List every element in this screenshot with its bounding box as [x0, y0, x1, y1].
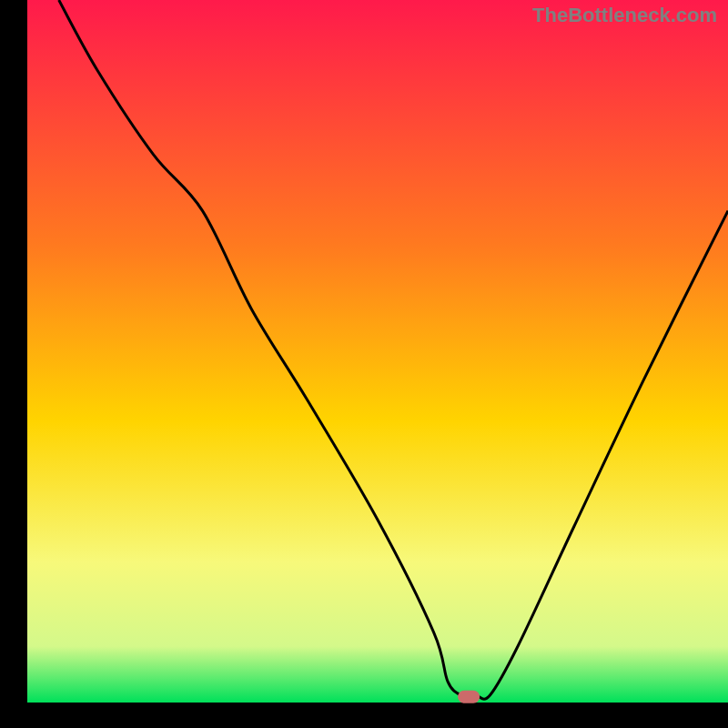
- bottleneck-chart: [0, 0, 728, 728]
- chart-container: TheBottleneck.com: [0, 0, 728, 728]
- watermark-text: TheBottleneck.com: [532, 4, 717, 27]
- plot-background: [27, 0, 728, 703]
- left-axis-band: [0, 0, 27, 728]
- bottom-axis-band: [0, 703, 728, 728]
- optimal-marker: [458, 691, 480, 703]
